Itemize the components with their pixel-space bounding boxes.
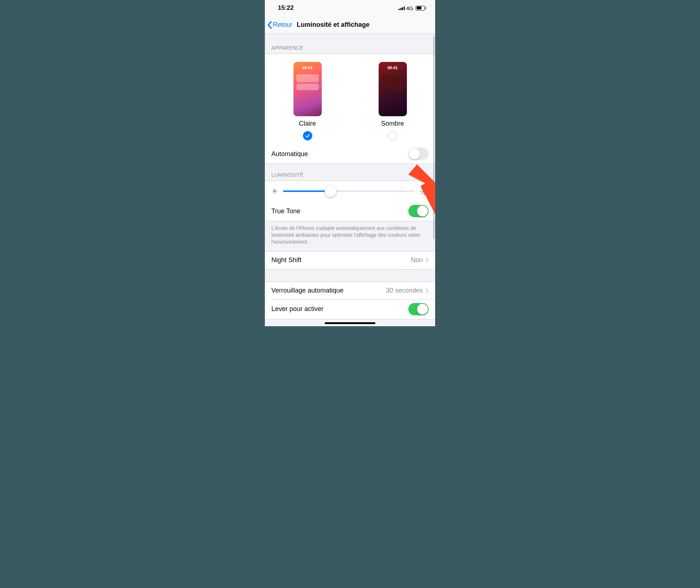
checkmark-icon: [305, 133, 310, 138]
status-right: 4G: [399, 5, 425, 11]
home-indicator[interactable]: [325, 322, 375, 324]
auto-lock-label: Verrouillage automatique: [271, 287, 386, 294]
appearance-picker: 09:41 Claire 09:41 Sombre: [265, 54, 435, 144]
svg-point-0: [274, 190, 276, 192]
phone-frame: 15:22 4G Retour Luminosité et affichage …: [265, 0, 435, 326]
status-bar: 15:22 4G: [265, 0, 435, 16]
sun-min-icon: [271, 188, 278, 194]
brightness-slider-row: [265, 181, 435, 201]
svg-line-16: [422, 193, 422, 194]
true-tone-switch[interactable]: [408, 205, 429, 217]
true-tone-label: True Tone: [271, 207, 408, 215]
svg-line-14: [422, 189, 422, 189]
network-type-label: 4G: [406, 5, 413, 11]
svg-line-17: [426, 189, 427, 189]
cellular-signal-icon: [399, 6, 405, 10]
automatic-cell: Automatique: [265, 144, 435, 164]
auto-lock-value: 30 secondes: [386, 287, 423, 294]
automatic-label: Automatique: [271, 150, 408, 158]
sun-max-icon: [420, 187, 429, 196]
true-tone-cell: True Tone: [265, 201, 435, 221]
light-preview-thumbnail: 09:41: [293, 62, 322, 116]
auto-lock-cell[interactable]: Verrouillage automatique 30 secondes: [265, 282, 435, 299]
chevron-right-icon: [426, 288, 429, 293]
chevron-right-icon: [426, 258, 429, 263]
raise-to-wake-switch[interactable]: [408, 303, 429, 315]
svg-line-15: [426, 193, 427, 194]
true-tone-description: L'écran de l'iPhone s'adapte automatique…: [265, 221, 435, 251]
svg-line-6: [276, 193, 276, 193]
page-title: Luminosité et affichage: [297, 21, 370, 29]
appearance-option-dark[interactable]: 09:41 Sombre: [379, 62, 407, 140]
svg-line-5: [273, 189, 273, 190]
raise-to-wake-cell: Lever pour activer: [265, 299, 435, 319]
spacer: [265, 269, 435, 282]
status-time: 15:22: [278, 4, 293, 12]
svg-point-9: [422, 189, 426, 193]
brightness-slider[interactable]: [283, 185, 415, 197]
raise-to-wake-label: Lever pour activer: [271, 305, 408, 313]
nav-bar: Retour Luminosité et affichage: [265, 16, 435, 34]
night-shift-label: Night Shift: [271, 256, 411, 264]
back-label: Retour: [273, 21, 292, 29]
section-header-appearance: APPARENCE: [265, 34, 435, 54]
dark-preview-thumbnail: 09:41: [379, 62, 407, 116]
appearance-light-label: Claire: [299, 120, 316, 127]
night-shift-value: Non: [411, 256, 423, 264]
appearance-group: 09:41 Claire 09:41 Sombre: [265, 54, 435, 164]
chevron-left-icon: [267, 21, 272, 29]
appearance-option-light[interactable]: 09:41 Claire: [293, 62, 322, 140]
svg-line-8: [276, 189, 276, 190]
section-header-brightness: LUMINOSITÉ: [265, 164, 435, 181]
night-shift-cell[interactable]: Night Shift Non: [265, 252, 435, 269]
battery-icon: [416, 6, 425, 10]
svg-line-7: [273, 193, 273, 193]
back-button[interactable]: Retour: [267, 21, 292, 29]
appearance-light-radio[interactable]: [303, 131, 312, 140]
appearance-dark-label: Sombre: [381, 120, 404, 127]
appearance-dark-radio[interactable]: [388, 131, 397, 140]
lock-group: Verrouillage automatique 30 secondes Lev…: [265, 282, 435, 319]
night-shift-group: Night Shift Non: [265, 251, 435, 269]
brightness-group: True Tone: [265, 181, 435, 221]
automatic-switch[interactable]: [408, 148, 429, 160]
